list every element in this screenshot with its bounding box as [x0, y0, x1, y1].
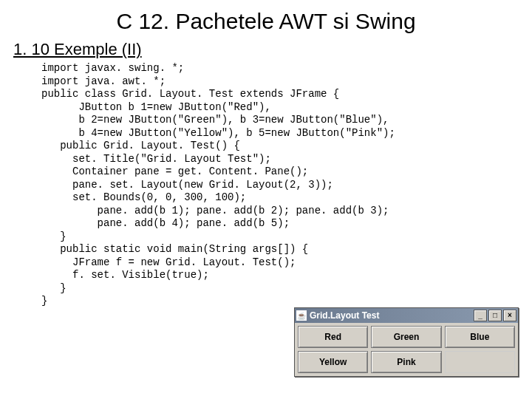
button-pink[interactable]: Pink	[371, 351, 441, 373]
window-title: Grid.Layout Test	[310, 310, 472, 321]
section-subtitle: 1. 10 Exemple (II)	[13, 40, 532, 59]
button-yellow[interactable]: Yellow	[298, 351, 368, 373]
button-green[interactable]: Green	[371, 326, 441, 348]
code-block: import javax. swing. *; import java. awt…	[41, 62, 532, 308]
page-title: C 12. Pachetele AWT si Swing	[0, 9, 532, 34]
gridlayout-test-window: ☕ Grid.Layout Test _ □ × Red Green Blue …	[294, 307, 519, 377]
button-red[interactable]: Red	[298, 326, 368, 348]
button-blue[interactable]: Blue	[445, 326, 515, 348]
window-close-button[interactable]: ×	[503, 310, 516, 321]
grid-empty-cell	[445, 351, 515, 373]
java-icon: ☕	[296, 310, 307, 321]
window-titlebar[interactable]: ☕ Grid.Layout Test _ □ ×	[295, 308, 518, 323]
window-maximize-button[interactable]: □	[488, 310, 502, 321]
window-minimize-button[interactable]: _	[474, 310, 487, 321]
grid-layout-panel: Red Green Blue Yellow Pink	[295, 323, 518, 376]
